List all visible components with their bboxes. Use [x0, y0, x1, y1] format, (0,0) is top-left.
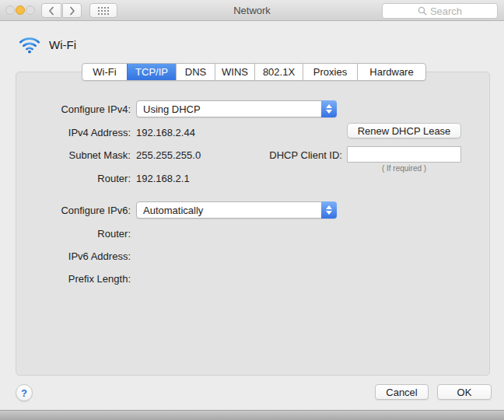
configure-ipv4-selected-value: Using DHCP: [137, 103, 321, 115]
dropdown-stepper-icon: [321, 100, 337, 117]
configure-ipv6-dropdown[interactable]: Automatically: [136, 201, 337, 219]
ok-button[interactable]: OK: [437, 384, 492, 400]
ipv4-router-value: 192.168.2.1: [136, 173, 190, 184]
cancel-button[interactable]: Cancel: [375, 384, 429, 400]
ipv4-address-value: 192.168.2.44: [136, 127, 195, 138]
search-input[interactable]: Search: [382, 3, 498, 19]
ipv6-router-label: Router:: [97, 228, 131, 240]
ipv4-address-label: IPv4 Address:: [68, 127, 131, 138]
tab-tcp-ip[interactable]: TCP/IP: [127, 64, 176, 80]
configure-ipv4-label: Configure IPv4:: [61, 103, 131, 115]
tab-wi-fi[interactable]: Wi-Fi: [82, 64, 127, 80]
if-required-note: ( If required ): [347, 164, 461, 173]
wifi-icon: [19, 36, 40, 54]
desktop-strip: [0, 411, 504, 420]
tab-bar: Wi-FiTCP/IPDNSWINS802.1XProxiesHardware: [82, 63, 426, 81]
window-toolbar: Network Search: [0, 0, 504, 21]
tab-hardware[interactable]: Hardware: [357, 64, 425, 80]
subnet-mask-label: Subnet Mask:: [69, 149, 131, 161]
tab-802-1x[interactable]: 802.1X: [254, 64, 303, 80]
ipv4-router-label: Router:: [97, 173, 131, 184]
service-header: Wi-Fi: [19, 36, 76, 54]
dropdown-stepper-icon: [321, 201, 337, 219]
tab-dns[interactable]: DNS: [176, 64, 215, 80]
renew-dhcp-lease-button[interactable]: Renew DHCP Lease: [347, 123, 461, 138]
subnet-mask-value: 255.255.255.0: [136, 149, 201, 161]
dhcp-client-id-input[interactable]: [347, 146, 461, 163]
prefix-length-label: Prefix Length:: [68, 273, 131, 285]
dhcp-client-id-label: DHCP Client ID:: [269, 149, 342, 161]
configure-ipv4-dropdown[interactable]: Using DHCP: [136, 100, 337, 117]
search-icon: [418, 6, 427, 16]
tab-proxies[interactable]: Proxies: [303, 64, 357, 80]
ipv6-address-label: IPv6 Address:: [68, 250, 131, 262]
configure-ipv6-selected-value: Automatically: [137, 205, 321, 216]
search-placeholder: Search: [430, 5, 462, 17]
help-button[interactable]: ?: [16, 384, 33, 401]
tab-wins[interactable]: WINS: [215, 64, 254, 80]
configure-ipv6-label: Configure IPv6:: [61, 205, 131, 216]
service-name-label: Wi-Fi: [49, 38, 76, 51]
